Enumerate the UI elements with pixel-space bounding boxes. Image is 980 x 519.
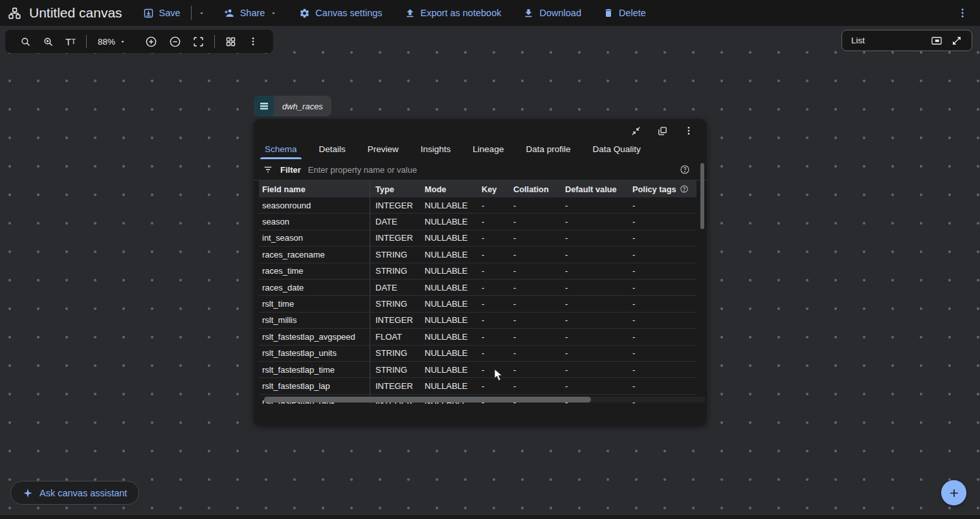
delete-button[interactable]: Delete (599, 8, 650, 18)
export-notebook-button[interactable]: Export as notebook (401, 8, 506, 19)
cell-mode: NULLABLE (419, 230, 476, 246)
cell-field: rslt_fastestlap_avgspeed (259, 329, 370, 344)
cell-policy: - (627, 230, 696, 246)
cell-type: INTEGER (370, 197, 419, 213)
cell-mode: NULLABLE (419, 313, 476, 328)
save-button[interactable]: Save (139, 8, 184, 19)
cell-type: STRING (370, 263, 419, 279)
clipped-row-zone: rslt_fastestlap_rankINTEGERNULLABLE---- (259, 395, 696, 404)
toolbar-more-icon[interactable] (242, 36, 264, 47)
cell-field: races_racename (259, 247, 370, 262)
canvas-area[interactable]: TT 88% List (0, 26, 980, 519)
save-menu-caret[interactable] (198, 10, 205, 17)
open-in-full-icon[interactable] (947, 36, 966, 46)
filter-input[interactable] (308, 165, 673, 175)
sparkle-icon (23, 488, 33, 498)
cell-collation: - (508, 263, 560, 279)
cell-key: - (476, 247, 508, 262)
table-row: races_racenameSTRINGNULLABLE---- (259, 247, 696, 263)
tab-data-quality[interactable]: Data Quality (581, 138, 651, 159)
tab-insights[interactable]: Insights (410, 138, 462, 159)
text-size-icon[interactable]: TT (60, 36, 82, 47)
zoom-out-icon[interactable] (163, 36, 187, 48)
cell-collation: - (508, 197, 560, 213)
cell-default: - (560, 329, 627, 344)
tab-details[interactable]: Details (308, 138, 357, 159)
cell-mode: NULLABLE (419, 378, 476, 393)
canvas-toolbar: TT 88% (5, 30, 273, 53)
cell-default: - (560, 362, 627, 377)
cell-type: STRING (370, 346, 419, 361)
table-body: seasonroundINTEGERNULLABLE----seasonDATE… (259, 197, 696, 395)
save-icon (143, 8, 154, 19)
grid-view-icon[interactable] (219, 36, 242, 47)
expand-icon[interactable] (652, 126, 673, 137)
cell-key: - (476, 329, 508, 344)
table-row: seasonroundINTEGERNULLABLE---- (259, 197, 696, 214)
cell-collation: - (508, 329, 560, 344)
ask-canvas-assistant-button[interactable]: Ask canvas assistant (10, 481, 139, 505)
cell-policy: - (627, 346, 696, 361)
zoom-level-dropdown[interactable]: 88% (91, 37, 133, 47)
share-button[interactable]: Share (219, 7, 282, 19)
card-tabs: SchemaDetailsPreviewInsightsLineageData … (254, 138, 707, 159)
download-button[interactable]: Download (519, 8, 585, 19)
table-header-row: Field name Type Mode Key Collation Defau… (259, 181, 696, 197)
cell-policy: - (627, 362, 696, 377)
card-toolbar (254, 119, 707, 138)
page-title: Untitled canvas (29, 5, 122, 21)
divider (86, 35, 87, 48)
zoom-area-icon[interactable] (37, 36, 60, 47)
node-dwh-races[interactable]: dwh_races (254, 96, 331, 116)
collapse-icon[interactable] (625, 126, 647, 137)
cell-collation: - (508, 214, 560, 229)
plus-icon (948, 487, 961, 500)
card-more-icon[interactable] (678, 126, 699, 136)
cell-field: rslt_fastestlap_lap (259, 378, 370, 393)
table-row: rslt_fastestlap_timeSTRINGNULLABLE---- (259, 362, 696, 378)
tab-data-profile[interactable]: Data profile (515, 138, 581, 159)
tab-preview[interactable]: Preview (357, 138, 410, 159)
cell-field: rslt_fastestlap_time (259, 362, 370, 377)
cell-type: STRING (370, 247, 419, 262)
cell-default: - (560, 280, 627, 295)
cell-mode: NULLABLE (419, 263, 476, 279)
bottom-edge (0, 515, 980, 519)
horizontal-scrollbar[interactable] (264, 397, 706, 403)
table-row: rslt_fastestlap_avgspeedFLOATNULLABLE---… (259, 329, 696, 345)
help-icon[interactable] (680, 164, 690, 175)
horizontal-scrollbar-thumb[interactable] (264, 397, 591, 403)
cell-field: races_date (259, 280, 370, 295)
zoom-in-icon[interactable] (139, 36, 163, 48)
vertical-scrollbar-thumb[interactable] (700, 163, 704, 229)
cell-mode: NULLABLE (419, 214, 476, 229)
filter-bar: Filter (254, 159, 707, 181)
cell-field: rslt_fastestlap_units (259, 346, 370, 361)
cell-mode: NULLABLE (419, 329, 476, 344)
col-collation: Collation (508, 181, 560, 197)
tab-lineage[interactable]: Lineage (462, 138, 515, 159)
more-options-icon[interactable] (957, 7, 968, 19)
cell-default: - (560, 296, 627, 311)
cell-policy: - (627, 263, 696, 279)
vertical-scrollbar[interactable] (700, 162, 704, 403)
search-icon[interactable] (14, 36, 37, 47)
cell-key: - (476, 362, 508, 377)
cell-policy: - (627, 329, 696, 344)
cell-key: - (476, 296, 508, 311)
cell-default: - (560, 263, 627, 279)
canvas-settings-button[interactable]: Canvas settings (295, 8, 386, 19)
policy-tags-help-icon[interactable] (680, 184, 689, 193)
cell-field: rslt_time (259, 296, 370, 311)
cell-type: INTEGER (370, 230, 419, 246)
divider (191, 6, 192, 20)
cell-key: - (476, 214, 508, 229)
cell-default: - (560, 378, 627, 393)
cell-default: - (560, 247, 627, 262)
cell-key: - (476, 263, 508, 279)
fit-screen-icon[interactable] (187, 36, 210, 47)
share-caret-icon (270, 10, 277, 17)
dock-panel-icon[interactable] (926, 35, 947, 47)
tab-schema[interactable]: Schema (254, 138, 308, 159)
add-node-button[interactable] (941, 480, 966, 505)
